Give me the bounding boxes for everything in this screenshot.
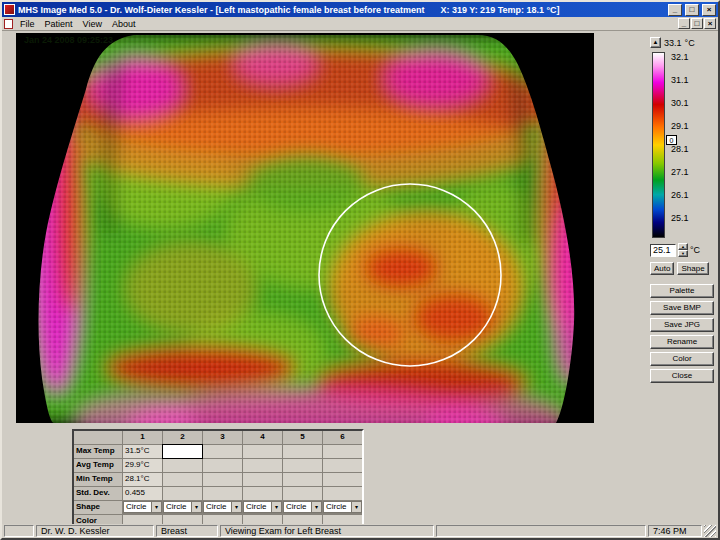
palette-button[interactable]: Palette xyxy=(650,284,714,298)
row-label: Std. Dev. xyxy=(74,487,122,500)
min-temp-input[interactable]: 25.1 xyxy=(650,244,676,257)
shape-select-value: Circle xyxy=(326,502,346,512)
empty-cell xyxy=(203,487,242,500)
menu-bar: File Patient View About _ □ × xyxy=(2,17,718,31)
empty-cell xyxy=(243,473,282,486)
scale-tick-label: 32.1 xyxy=(671,52,699,75)
menu-patient[interactable]: Patient xyxy=(42,18,80,30)
status-doctor: Dr. W. D. Kessler xyxy=(36,525,154,537)
title-bar: MHS Image Med 5.0 - Dr. Wolf-Dieter Kess… xyxy=(2,2,718,17)
mdi-restore-icon[interactable]: □ xyxy=(691,18,703,29)
roi-stats-table: 1 2 3 4 5 6 Max Temp 31.5°C Avg Temp 29.… xyxy=(72,429,364,530)
empty-cell xyxy=(163,459,202,472)
shape-select-value: Circle xyxy=(246,502,266,512)
shape-select[interactable]: Circle ▾ xyxy=(323,501,362,513)
empty-cell xyxy=(203,445,242,458)
std-dev-value: 0.455 xyxy=(123,487,162,500)
min-temp-value: 28.1°C xyxy=(123,473,162,486)
min-temp-stepper: ▲ ▼ xyxy=(678,243,688,257)
row-label: Avg Temp xyxy=(74,459,122,472)
empty-cell xyxy=(283,445,322,458)
status-message: Viewing Exam for Left Breast xyxy=(220,525,434,537)
shape-select[interactable]: Circle ▾ xyxy=(163,501,202,513)
column-header[interactable]: 2 xyxy=(163,431,202,444)
heat-blobs xyxy=(16,33,594,423)
row-label: Max Temp xyxy=(74,445,122,458)
status-bar: Dr. W. D. Kessler Breast Viewing Exam fo… xyxy=(2,524,718,538)
status-clock: 7:46 PM xyxy=(648,525,702,537)
app-window: MHS Image Med 5.0 - Dr. Wolf-Dieter Kess… xyxy=(0,0,720,540)
scale-tick-label: 27.1 xyxy=(671,167,699,190)
save-bmp-button[interactable]: Save BMP xyxy=(650,301,714,315)
client-area: Jan 24 2008 09:25:23 ▲ 33.1 °C 32.1 31.1… xyxy=(2,31,718,524)
chevron-down-icon: ▾ xyxy=(151,502,161,512)
scale-marker[interactable]: 0 xyxy=(666,135,677,145)
thermal-image[interactable]: Jan 24 2008 09:25:23 xyxy=(16,33,594,423)
column-header[interactable]: 6 xyxy=(323,431,362,444)
close-button[interactable]: Close xyxy=(650,369,714,383)
shape-button[interactable]: Shape xyxy=(677,262,708,275)
selected-cell[interactable] xyxy=(163,445,202,458)
shape-select[interactable]: Circle ▾ xyxy=(203,501,242,513)
mdi-minimize-icon[interactable]: _ xyxy=(678,18,690,29)
minimize-icon[interactable]: _ xyxy=(668,4,682,16)
mdi-close-icon[interactable]: × xyxy=(704,18,716,29)
chevron-down-icon: ▾ xyxy=(271,502,281,512)
empty-cell xyxy=(283,459,322,472)
scale-up-icon[interactable]: ▲ xyxy=(650,37,661,48)
resize-grip[interactable] xyxy=(704,525,716,537)
menu-file[interactable]: File xyxy=(17,18,42,30)
color-button[interactable]: Color xyxy=(650,352,714,366)
shape-select[interactable]: Circle ▾ xyxy=(283,501,322,513)
empty-cell xyxy=(323,487,362,500)
scale-tick-label: 30.1 xyxy=(671,98,699,121)
scale-unit-label: °C xyxy=(685,38,695,48)
auto-shape-row: Auto Shape xyxy=(650,262,709,275)
rename-button[interactable]: Rename xyxy=(650,335,714,349)
empty-cell xyxy=(203,459,242,472)
empty-cell xyxy=(243,445,282,458)
empty-cell xyxy=(243,487,282,500)
window-title-text: MHS Image Med 5.0 - Dr. Wolf-Dieter Kess… xyxy=(18,5,424,15)
mdi-controls: _ □ × xyxy=(678,18,716,29)
empty-cell xyxy=(203,473,242,486)
spin-down-icon[interactable]: ▼ xyxy=(678,250,688,257)
status-spacer xyxy=(4,525,34,537)
status-filler xyxy=(436,525,646,537)
sidebar: ▲ 33.1 °C 32.1 31.1 30.1 29.1 28.1 27.1 … xyxy=(650,37,716,507)
temperature-palette-bar[interactable] xyxy=(652,52,665,238)
save-jpg-button[interactable]: Save JPG xyxy=(650,318,714,332)
auto-button[interactable]: Auto xyxy=(650,262,674,275)
avg-temp-value: 29.9°C xyxy=(123,459,162,472)
empty-cell xyxy=(243,459,282,472)
menu-about[interactable]: About xyxy=(109,18,143,30)
spin-up-icon[interactable]: ▲ xyxy=(678,243,688,250)
current-unit-label: °C xyxy=(690,245,700,255)
sidebar-buttons: Palette Save BMP Save JPG Rename Color C… xyxy=(650,284,714,386)
column-header[interactable]: 4 xyxy=(243,431,282,444)
column-header[interactable]: 5 xyxy=(283,431,322,444)
column-header[interactable]: 3 xyxy=(203,431,242,444)
empty-cell xyxy=(163,473,202,486)
shape-select[interactable]: Circle ▾ xyxy=(123,501,162,513)
row-label: Shape xyxy=(74,501,122,514)
scale-tick-label: 31.1 xyxy=(671,75,699,98)
shape-select-value: Circle xyxy=(286,502,306,512)
scale-tick-label: 25.1 xyxy=(671,213,699,236)
chevron-down-icon: ▾ xyxy=(191,502,201,512)
shape-select-value: Circle xyxy=(206,502,226,512)
scale-tick-label: 28.1 xyxy=(671,144,699,167)
status-exam-type: Breast xyxy=(156,525,218,537)
maximize-icon[interactable]: □ xyxy=(685,4,699,16)
shape-select-value: Circle xyxy=(166,502,186,512)
empty-cell xyxy=(283,487,322,500)
column-header[interactable]: 1 xyxy=(123,431,162,444)
chevron-down-icon: ▾ xyxy=(311,502,321,512)
chevron-down-icon: ▾ xyxy=(351,502,361,512)
window-title: MHS Image Med 5.0 - Dr. Wolf-Dieter Kess… xyxy=(18,5,665,15)
close-icon[interactable]: × xyxy=(702,4,716,16)
chevron-down-icon: ▾ xyxy=(231,502,241,512)
shape-select[interactable]: Circle ▾ xyxy=(243,501,282,513)
menu-view[interactable]: View xyxy=(80,18,109,30)
scale-current-row: 25.1 ▲ ▼ °C xyxy=(650,243,700,257)
